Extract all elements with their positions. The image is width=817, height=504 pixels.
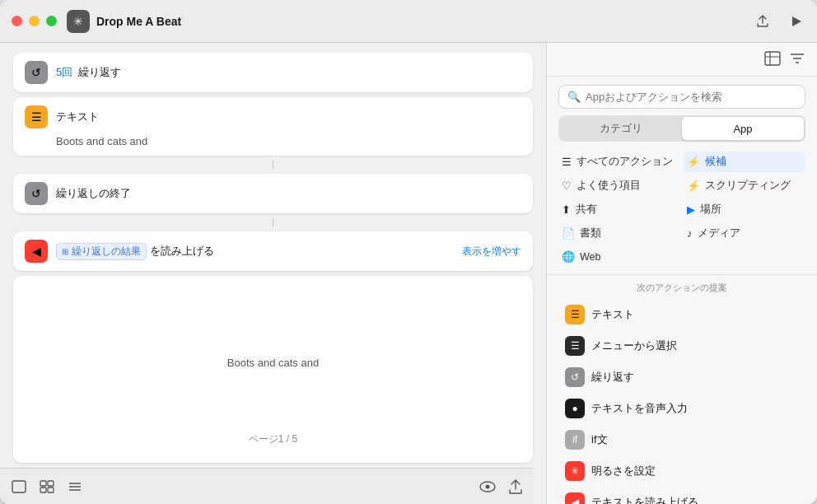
titlebar-actions [753,12,805,31]
app-icon: ✳ [67,10,90,33]
cat-scripting[interactable]: ⚡ スクリプティング [684,175,805,196]
svg-rect-11 [765,52,780,65]
search-bar[interactable]: 🔍 [558,85,805,109]
cat-web[interactable]: 🌐 Web [558,247,680,266]
show-more-label[interactable]: 表示を増やす [462,245,521,259]
cat-sharing[interactable]: ⬆ 共有 [558,199,680,220]
close-button[interactable] [12,16,22,26]
eye-button[interactable] [479,479,496,494]
play-button[interactable] [787,12,805,30]
cat-all[interactable]: ☰ すべてのアクション [558,152,680,172]
traffic-lights [12,16,57,26]
cat-location[interactable]: ▶ 場所 [684,199,805,220]
cat-favorites[interactable]: ♡ よく使う項目 [558,175,680,196]
svg-rect-4 [40,488,46,492]
speak-block-content: ⊞ 繰り返しの結果 を読み上げる [56,243,454,260]
speak-icon: ◀ [25,240,48,263]
suggestion-speak-icon: ◀ [565,492,585,504]
suggestion-if-icon: if [565,430,585,450]
cat-media[interactable]: ♪ メディア [684,223,805,244]
suggestion-menu[interactable]: ☰ メニューから選択 [558,330,805,362]
repeat-label: 5回 繰り返す [56,65,121,80]
svg-point-10 [486,484,490,488]
app-window: ✳ Drop Me A Beat ↺ 5回 繰 [0,0,817,504]
list-view-button[interactable] [68,480,82,493]
suggestion-speak[interactable]: ◀ テキストを読み上げる [558,487,805,504]
suggestion-brightness[interactable]: ✳ 明るさを設定 [558,455,805,487]
cat-favorites-icon: ♡ [562,180,572,192]
cat-media-icon: ♪ [687,227,693,240]
search-input[interactable] [586,91,796,103]
suggestion-text-icon: ☰ [565,305,585,324]
suggestion-repeat-icon: ↺ [565,367,585,387]
svg-rect-1 [12,481,26,492]
svg-rect-2 [40,481,46,486]
cat-all-icon: ☰ [562,156,572,168]
share-button[interactable] [753,12,773,31]
preview-area: Boots and cats and ページ1 / 5 [13,276,533,463]
cat-scripting-icon: ⚡ [687,180,700,192]
suggestions-title: 次のアクションの提案 [558,282,805,294]
suggestions-section: 次のアクションの提案 ☰ テキスト ☰ メニューから選択 ↺ 繰り返す ● テキ… [547,275,817,504]
suggestion-brightness-icon: ✳ [565,461,585,481]
suggestion-menu-icon: ☰ [565,336,585,356]
divider2 [273,218,273,226]
categories-grid: ☰ すべてのアクション ⚡ 候補 ♡ よく使う項目 ⚡ スクリプティング ⬆ [547,148,817,275]
text-block-header: ☰ テキスト [25,105,521,128]
end-repeat-label: 繰り返しの終了 [56,186,131,201]
text-icon: ☰ [25,105,48,128]
right-panel: 🔍 カテゴリ App ☰ すべてのアクション ⚡ 候補 ♡ [547,43,817,504]
suggestion-if[interactable]: if if文 [558,424,805,455]
tab-category[interactable]: カテゴリ [560,117,682,140]
share-bottom-button[interactable] [509,479,522,494]
preview-text: Boots and cats and [227,357,319,369]
speak-block[interactable]: ◀ ⊞ 繰り返しの結果 を読み上げる 表示を増やす [13,231,533,271]
app-title: Drop Me A Beat [96,15,753,28]
view-buttons [12,480,82,493]
cat-suggestion-icon: ⚡ [687,156,700,168]
repeat-block[interactable]: ↺ 5回 繰り返す [13,53,533,92]
action-buttons [479,479,522,494]
variable-chip: ⊞ 繰り返しの結果 [56,243,147,260]
search-icon: 🔍 [567,91,581,103]
text-block[interactable]: ☰ テキスト Boots and cats and [13,97,533,156]
suggestion-dictate-icon: ● [565,399,585,418]
bottom-toolbar [0,468,534,504]
tab-app[interactable]: App [682,117,804,140]
end-repeat-block[interactable]: ↺ 繰り返しの終了 [13,174,533,213]
cat-web-icon: 🌐 [562,250,575,263]
svg-rect-3 [48,481,54,486]
text-block-title: テキスト [56,110,99,124]
cat-documents-icon: 📄 [562,227,575,240]
cat-suggestion[interactable]: ⚡ 候補 [684,152,805,172]
cat-documents[interactable]: 📄 書類 [558,223,680,244]
filter-button[interactable] [789,51,805,69]
titlebar: ✳ Drop Me A Beat [0,0,817,43]
tab-bar: カテゴリ App [558,115,805,142]
library-button[interactable] [764,51,781,69]
cat-sharing-icon: ⬆ [562,203,571,216]
end-repeat-icon: ↺ [25,182,48,205]
minimize-button[interactable] [29,16,40,26]
grid-view-button[interactable] [40,480,54,493]
right-panel-header [547,43,817,77]
cat-location-icon: ▶ [687,203,695,216]
suggestion-text[interactable]: ☰ テキスト [558,299,805,330]
suggestion-repeat[interactable]: ↺ 繰り返す [558,362,805,393]
suggestion-dictate[interactable]: ● テキストを音声入力 [558,393,805,424]
single-view-button[interactable] [12,480,26,493]
repeat-icon: ↺ [25,61,48,84]
maximize-button[interactable] [46,16,57,26]
main-content: ↺ 5回 繰り返す ☰ テキスト Boots and cats and ↺ 繰り… [0,43,817,504]
svg-marker-0 [792,16,801,26]
svg-rect-5 [48,488,54,492]
left-panel: ↺ 5回 繰り返す ☰ テキスト Boots and cats and ↺ 繰り… [0,43,547,504]
divider1 [273,161,273,169]
text-block-content: Boots and cats and [25,135,521,147]
page-indicator: ページ1 / 5 [249,432,297,446]
